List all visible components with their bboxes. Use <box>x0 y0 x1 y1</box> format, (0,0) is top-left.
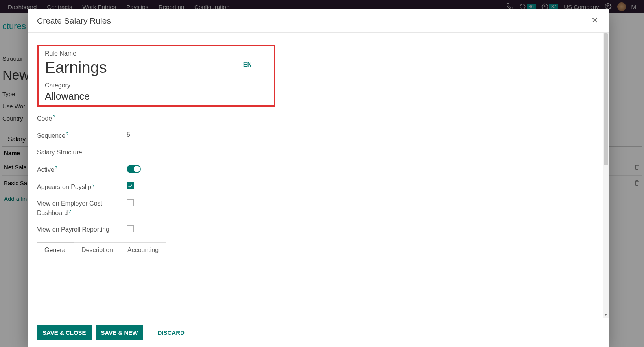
payroll-reporting-label: View on Payroll Reporting <box>37 225 127 234</box>
scrollbar-down-icon[interactable]: ▼ <box>604 312 608 317</box>
scrollbar-thumb[interactable] <box>604 33 608 165</box>
active-label: Active <box>37 166 54 173</box>
tab-description[interactable]: Description <box>74 242 120 258</box>
payroll-reporting-checkbox[interactable] <box>127 225 134 232</box>
appears-on-payslip-label: Appears on Payslip <box>37 184 91 190</box>
save-new-button[interactable]: SAVE & NEW <box>96 325 144 340</box>
tab-accounting[interactable]: Accounting <box>120 242 166 258</box>
code-label: Code <box>37 115 52 122</box>
modal-header: Create Salary Rules <box>28 9 609 33</box>
appears-on-payslip-checkbox[interactable] <box>127 182 134 189</box>
create-salary-rules-modal: Create Salary Rules Rule Name Earnings E… <box>28 9 609 347</box>
employer-cost-label: View on Employer Cost Dashboard <box>37 200 102 216</box>
active-toggle[interactable] <box>127 165 141 173</box>
employer-cost-checkbox[interactable] <box>127 199 134 206</box>
modal-body: Rule Name Earnings EN Category Allowance… <box>28 33 603 318</box>
discard-button[interactable]: DISCARD <box>152 325 190 340</box>
rule-name-label: Rule Name <box>45 50 268 57</box>
category-input[interactable]: Allowance <box>45 91 268 102</box>
sequence-label: Sequence <box>37 132 65 139</box>
scrollbar[interactable]: ▼ <box>603 33 609 318</box>
help-icon[interactable]: ? <box>66 132 68 136</box>
sequence-input[interactable]: 5 <box>127 131 130 138</box>
form-grid: Code? Sequence? 5 Salary Structure Activ… <box>37 114 281 234</box>
help-icon[interactable]: ? <box>55 165 57 170</box>
salary-structure-label: Salary Structure <box>37 148 127 157</box>
category-label: Category <box>45 82 268 89</box>
form-tabs: General Description Accounting <box>37 242 594 258</box>
language-tag[interactable]: EN <box>243 61 252 68</box>
save-close-button[interactable]: SAVE & CLOSE <box>37 325 92 340</box>
rule-name-input[interactable]: Earnings <box>45 59 107 76</box>
modal-title: Create Salary Rules <box>37 16 111 26</box>
highlighted-section: Rule Name Earnings EN Category Allowance <box>37 45 275 107</box>
help-icon[interactable]: ? <box>53 114 55 119</box>
modal-footer: SAVE & CLOSE SAVE & NEW DISCARD <box>28 318 609 347</box>
tab-general[interactable]: General <box>37 242 74 258</box>
help-icon[interactable]: ? <box>68 209 71 213</box>
close-icon[interactable] <box>590 16 599 26</box>
help-icon[interactable]: ? <box>92 183 94 187</box>
